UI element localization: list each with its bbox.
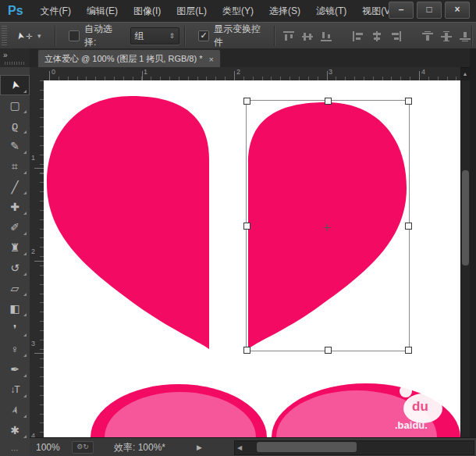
align-left-edges-icon[interactable] (353, 31, 364, 41)
maximize-button[interactable]: □ (417, 2, 442, 19)
flyout-triangle-icon (23, 212, 27, 215)
watermark-du-text: du (412, 399, 428, 415)
align-bottom-edges-icon[interactable] (321, 31, 332, 41)
gradient-tool[interactable]: ◧ (0, 298, 30, 319)
handle-bottom-right[interactable] (405, 347, 412, 354)
handle-bottom-left[interactable] (243, 347, 250, 354)
history-brush-tool[interactable]: ↺ (0, 258, 30, 278)
handle-middle-right[interactable] (405, 223, 412, 230)
eraser-tool[interactable]: ▱ (0, 278, 30, 298)
quick-selection-tool[interactable]: ✎ (0, 136, 30, 156)
tools-panel-header: » (0, 48, 30, 67)
menu-item[interactable]: 图像(I) (126, 0, 169, 22)
move-tool-preset[interactable]: ➤ ✛ ▼ (16, 30, 42, 41)
zoom-level[interactable]: 100% (30, 442, 72, 453)
spot-healing-brush-tool[interactable]: ✚ (0, 197, 30, 217)
transform-center-point[interactable] (324, 224, 331, 231)
flyout-triangle-icon (23, 333, 27, 337)
history-brush-tool-icon: ↺ (10, 262, 20, 273)
horizontal-ruler[interactable]: 01234 (44, 67, 460, 81)
vertical-ruler[interactable]: 1234 (30, 80, 44, 437)
handle-top-left[interactable] (243, 98, 250, 105)
distribute-top-edges-icon[interactable] (422, 31, 434, 41)
tools-grip[interactable] (5, 62, 25, 65)
lasso-tool[interactable]: ϱ (0, 116, 30, 136)
collapse-panel-icon[interactable]: » (3, 51, 7, 59)
handle-middle-left[interactable] (243, 223, 250, 230)
custom-shape-tool[interactable]: ✱ (0, 420, 30, 440)
spot-healing-brush-tool-icon: ✚ (10, 201, 20, 212)
minimize-button[interactable]: – (389, 2, 414, 19)
watermark: du .baidu. (390, 376, 460, 434)
separator (471, 26, 473, 46)
menu-item[interactable]: 选择(S) (261, 0, 308, 22)
move-cross-icon: ✛ (26, 32, 32, 41)
menu-item[interactable]: 类型(Y) (215, 0, 261, 22)
flyout-triangle-icon (23, 232, 27, 235)
distribute-vertical-centers-icon[interactable] (441, 31, 453, 41)
vertical-scroll-thumb[interactable] (462, 170, 469, 265)
pen-tool[interactable]: ✒ (0, 359, 30, 379)
blur-tool-icon: ❜ (13, 323, 17, 334)
eyedropper-tool[interactable]: ╱ (0, 176, 30, 197)
menu-item[interactable]: 文件(F) (33, 0, 79, 22)
auto-select-checkbox[interactable] (69, 30, 80, 41)
handle-bottom-center[interactable] (325, 347, 332, 354)
crop-tool[interactable]: ⌗ (0, 156, 30, 176)
show-transform-label: 显示变换控件 (214, 23, 269, 49)
ruler-number: 3 (329, 68, 332, 76)
flyout-triangle-icon (23, 293, 27, 296)
close-button[interactable]: × (445, 2, 470, 19)
brush-tool[interactable]: ✐ (0, 217, 30, 237)
handle-top-right[interactable] (405, 98, 412, 105)
blur-tool[interactable]: ❜ (0, 319, 30, 339)
align-vertical-centers-icon[interactable] (302, 31, 314, 41)
menu-item[interactable]: 图层(L) (169, 0, 215, 22)
status-bar: 100% ⚙↻ 效率: 100%* ▶ ◀ (30, 437, 476, 456)
spinner-icon: ⇕ (169, 32, 176, 40)
lasso-tool-icon: ϱ (12, 120, 18, 131)
ruler-number: 1 (31, 154, 35, 162)
show-transform-checkbox[interactable]: ✓ (198, 30, 209, 41)
ruler-corner[interactable] (30, 67, 44, 81)
path-selection-tool[interactable]: ➢ (0, 400, 30, 420)
handle-top-center[interactable] (325, 98, 332, 105)
flyout-triangle-icon (23, 130, 27, 134)
rectangular-marquee-tool[interactable]: ▢ (0, 95, 30, 116)
custom-shape-tool-icon: ✱ (10, 425, 20, 436)
scroll-up-icon[interactable]: ▲ (461, 69, 469, 79)
options-grip[interactable] (2, 26, 7, 46)
more-tools-icon[interactable]: ⋯ (0, 446, 30, 454)
type-tool[interactable]: ↓T (0, 379, 30, 400)
window-controls: – □ × (389, 2, 470, 19)
dodge-tool-icon: ♀ (11, 344, 20, 354)
status-flyout-arrow-icon[interactable]: ▶ (197, 444, 202, 451)
menu-item[interactable]: 滤镜(T) (308, 0, 354, 22)
menu-item[interactable]: 编辑(E) (79, 0, 126, 22)
align-buttons (283, 31, 471, 41)
document-tab[interactable]: 立体爱心 @ 100% (图层 1 拷贝, RGB/8) * × (37, 49, 221, 68)
distribute-bottom-edges-icon[interactable] (460, 31, 471, 41)
align-right-edges-icon[interactable] (390, 31, 402, 41)
group-select-dropdown[interactable]: 组 ⇕ (130, 27, 179, 45)
ruler-number: 1 (144, 68, 147, 76)
document-canvas[interactable]: du .baidu. (44, 80, 460, 437)
tab-close-icon[interactable]: × (209, 55, 214, 64)
horizontal-scrollbar[interactable]: ◀ (234, 440, 474, 455)
scroll-left-icon[interactable]: ◀ (237, 444, 242, 451)
auto-select-label: 自动选择: (84, 23, 124, 49)
flyout-triangle-icon (23, 273, 27, 276)
move-tool[interactable]: ➤ (0, 75, 30, 95)
document-title: 立体爱心 @ 100% (图层 1 拷贝, RGB/8) * (44, 53, 203, 65)
align-horizontal-centers-icon[interactable] (371, 31, 383, 41)
menu-bar: Ps 文件(F)编辑(E)图像(I)图层(L)类型(Y)选择(S)滤镜(T)视图… (0, 0, 476, 23)
dodge-tool[interactable]: ♀ (0, 339, 30, 359)
separator (55, 26, 56, 46)
clone-stamp-tool[interactable]: ♜ (0, 237, 30, 258)
horizontal-scroll-thumb[interactable] (257, 442, 357, 452)
eyedropper-tool-icon: ╱ (11, 181, 18, 193)
flyout-triangle-icon (23, 394, 27, 397)
photoshop-window: Ps 文件(F)编辑(E)图像(I)图层(L)类型(Y)选择(S)滤镜(T)视图… (0, 0, 476, 456)
align-top-edges-icon[interactable] (283, 31, 295, 41)
status-options-button[interactable]: ⚙↻ (72, 441, 94, 454)
